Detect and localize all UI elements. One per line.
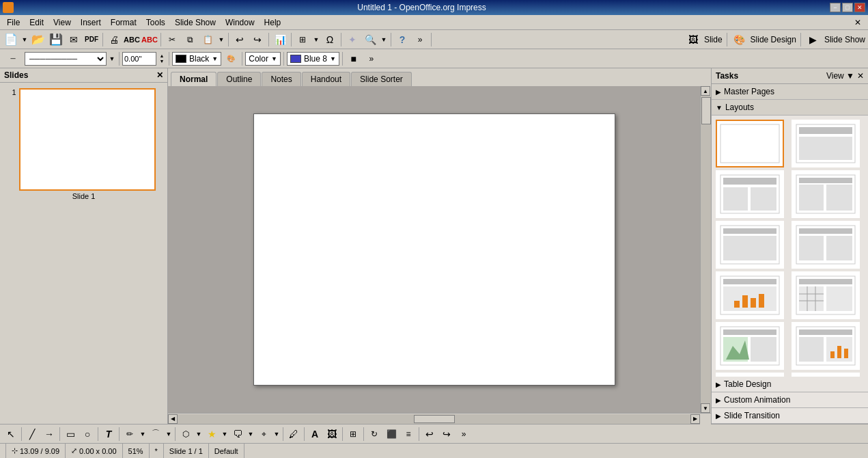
- slide-1-thumb[interactable]: 1 Slide 1: [5, 88, 162, 200]
- polygon-tool[interactable]: ⬡: [178, 426, 194, 442]
- image-tool[interactable]: 🖼: [324, 426, 340, 442]
- fill-style-dropdown[interactable]: ▼: [271, 55, 277, 62]
- table-button[interactable]: ⊞: [294, 31, 311, 48]
- layout-blank[interactable]: [716, 120, 784, 167]
- h-scroll-thumb[interactable]: [414, 415, 455, 423]
- menu-edit[interactable]: Edit: [25, 16, 48, 29]
- layout-3[interactable]: [716, 170, 784, 218]
- freeform-dropdown[interactable]: ▼: [139, 426, 147, 442]
- layout-4[interactable]: [792, 170, 860, 218]
- undo-button[interactable]: ↩: [232, 31, 248, 48]
- scroll-track[interactable]: [701, 96, 711, 403]
- menu-file[interactable]: File: [3, 16, 24, 29]
- layout-7[interactable]: [716, 271, 784, 319]
- horizontal-scrollbar[interactable]: ◀ ▶: [168, 413, 711, 424]
- slide-canvas-area[interactable]: [168, 86, 700, 413]
- arrow-tool[interactable]: →: [41, 426, 57, 442]
- callout-tool[interactable]: 🗨: [229, 426, 246, 442]
- redo-button[interactable]: ↪: [249, 31, 266, 48]
- scroll-down-btn[interactable]: ▼: [701, 403, 710, 413]
- layouts-section[interactable]: ▼ Layouts: [712, 100, 868, 116]
- stars-dropdown[interactable]: ▼: [221, 426, 229, 442]
- layout-11[interactable]: [716, 373, 784, 377]
- layout-12[interactable]: [792, 373, 860, 377]
- table-design-section[interactable]: ▶ Table Design: [712, 377, 868, 392]
- minimize-button[interactable]: −: [830, 3, 841, 12]
- print-button[interactable]: 🖨: [106, 31, 122, 48]
- line-style-btn[interactable]: ─: [3, 51, 23, 67]
- close-button[interactable]: ✕: [854, 3, 865, 12]
- fill-color-dropdown[interactable]: ▼: [330, 55, 336, 62]
- fill-color-selector[interactable]: Blue 8 ▼: [287, 52, 339, 66]
- scroll-up-btn[interactable]: ▲: [701, 86, 710, 96]
- rectangle-tool[interactable]: ▭: [62, 426, 79, 442]
- slide-transition-section[interactable]: ▶ Slide Transition: [712, 408, 868, 424]
- slides-panel-close[interactable]: ✕: [156, 70, 163, 80]
- shadow-btn[interactable]: ■: [346, 51, 362, 67]
- line-style-select[interactable]: ─────────: [25, 52, 107, 66]
- line-style-dropdown[interactable]: ▼: [108, 51, 116, 67]
- zoom-level[interactable]: 51%: [123, 444, 150, 458]
- scroll-thumb[interactable]: [701, 97, 711, 124]
- layout-6[interactable]: [792, 221, 860, 269]
- cut-button[interactable]: ✂: [164, 31, 180, 48]
- effects-tool[interactable]: ↻: [366, 426, 382, 442]
- stars-tool[interactable]: ★: [204, 426, 220, 442]
- email-button[interactable]: ✉: [66, 31, 82, 48]
- curve-dropdown[interactable]: ▼: [165, 426, 173, 442]
- fontwork-tool[interactable]: A: [307, 426, 323, 442]
- more-button[interactable]: »: [412, 31, 428, 48]
- tab-handout[interactable]: Handout: [302, 72, 350, 86]
- menu-format[interactable]: Format: [107, 16, 141, 29]
- line-color-selector[interactable]: Black ▼: [172, 52, 221, 66]
- tab-notes[interactable]: Notes: [262, 72, 300, 86]
- select-tool[interactable]: ↖: [3, 426, 19, 442]
- slide-label[interactable]: Slide: [704, 35, 723, 44]
- layout-8[interactable]: [792, 271, 860, 319]
- gluepoint-tool[interactable]: 🖊: [285, 426, 302, 442]
- menu-close-x[interactable]: ✕: [850, 16, 865, 29]
- master-pages-section[interactable]: ▶ Master Pages: [712, 84, 868, 100]
- paste-button[interactable]: 📋: [199, 31, 216, 48]
- fill-style-selector[interactable]: Color ▼: [245, 52, 281, 66]
- custom-animation-section[interactable]: ▶ Custom Animation: [712, 392, 868, 408]
- menu-insert[interactable]: Insert: [76, 16, 105, 29]
- tab-normal[interactable]: Normal: [171, 72, 216, 87]
- line-color-btn[interactable]: 🎨: [223, 51, 239, 67]
- layout-5[interactable]: [716, 221, 784, 269]
- menu-help[interactable]: Help: [260, 16, 285, 29]
- line-tool[interactable]: ╱: [24, 426, 40, 442]
- special-shapes-tool[interactable]: ⌖: [255, 426, 272, 442]
- open-button[interactable]: 📂: [30, 31, 46, 48]
- new-dropdown[interactable]: ▼: [20, 31, 29, 48]
- special-chars[interactable]: Ω: [322, 31, 338, 48]
- zoom-button[interactable]: 🔍: [362, 31, 378, 48]
- line-color-dropdown[interactable]: ▼: [212, 55, 218, 62]
- slides-resize-handle[interactable]: [165, 68, 167, 424]
- curve-tool[interactable]: ⌒: [148, 426, 164, 442]
- spell-auto-button[interactable]: ABC: [141, 31, 158, 48]
- vertical-scrollbar[interactable]: ▲ ▼: [700, 86, 711, 413]
- freeform-tool[interactable]: ✏: [122, 426, 138, 442]
- menu-window[interactable]: Window: [221, 16, 259, 29]
- h-scroll-track[interactable]: [178, 414, 690, 424]
- scroll-left-btn[interactable]: ◀: [168, 414, 178, 424]
- table-tool[interactable]: ⊞: [345, 426, 361, 442]
- table-dropdown[interactable]: ▼: [312, 31, 320, 48]
- paste-dropdown[interactable]: ▼: [217, 31, 225, 48]
- slide-show-label[interactable]: Slide Show: [824, 35, 865, 44]
- menu-slideshow[interactable]: Slide Show: [171, 16, 220, 29]
- menu-tools[interactable]: Tools: [142, 16, 169, 29]
- chart-button[interactable]: 📊: [272, 31, 288, 48]
- menu-view[interactable]: View: [49, 16, 75, 29]
- layout-9[interactable]: [716, 322, 784, 370]
- text-tool[interactable]: T: [100, 426, 117, 442]
- tab-outline[interactable]: Outline: [217, 72, 261, 86]
- maximize-button[interactable]: □: [842, 3, 853, 12]
- slide-design-label[interactable]: Slide Design: [751, 35, 796, 44]
- slide-1-image[interactable]: [19, 88, 156, 191]
- layout-title-content[interactable]: [792, 120, 860, 167]
- ellipse-tool[interactable]: ○: [79, 426, 96, 442]
- tab-slide-sorter[interactable]: Slide Sorter: [351, 72, 412, 86]
- undo-draw[interactable]: ↩: [421, 426, 438, 442]
